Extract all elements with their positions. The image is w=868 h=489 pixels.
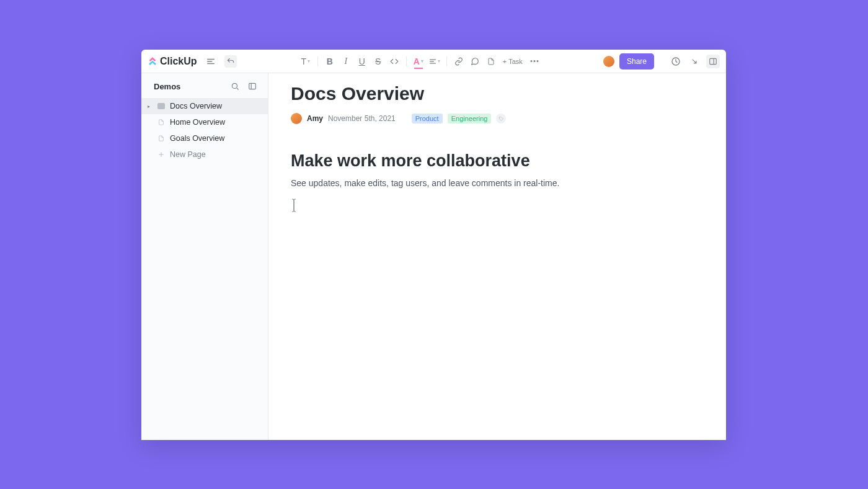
strikethrough-button[interactable]: S [371, 55, 385, 68]
chevron-down-icon: ▾ [421, 58, 423, 64]
sidebar-item-label: Home Overview [170, 118, 225, 127]
body: Demos ▸ Docs Overview [141, 73, 726, 440]
svg-point-0 [530, 60, 532, 62]
tag-icon [498, 116, 504, 122]
new-page-button[interactable]: New Page [141, 146, 268, 163]
sidebar-item-label: Docs Overview [170, 102, 222, 110]
sidebar-item-label: New Page [170, 150, 206, 159]
text-style-dropdown[interactable]: T▾ [299, 55, 312, 68]
formatting-toolbar: T▾ B I U S A▾ ▾ [237, 55, 603, 68]
separator [317, 56, 318, 66]
sidebar-title: Demos [154, 82, 228, 91]
plus-icon [157, 150, 166, 159]
svg-rect-7 [249, 83, 256, 89]
panel-toggle-button[interactable] [706, 55, 720, 68]
sidebar-header: Demos [141, 73, 268, 98]
sidebar-item-docs-overview[interactable]: ▸ Docs Overview [141, 98, 268, 114]
menu-icon[interactable] [205, 55, 217, 68]
separator [446, 56, 447, 66]
link-button[interactable] [452, 55, 466, 68]
undo-button[interactable] [224, 55, 237, 68]
author-name: Amy [307, 114, 323, 123]
document-content[interactable]: Docs Overview Amy November 5th, 2021 Pro… [268, 73, 726, 440]
app-window: ClickUp T▾ B I U S A▾ ▾ [141, 50, 726, 440]
sidebar: Demos ▸ Docs Overview [141, 73, 268, 440]
topbar: ClickUp T▾ B I U S A▾ ▾ [141, 50, 726, 73]
page-filled-icon [157, 102, 166, 110]
share-button[interactable]: Share [619, 53, 654, 70]
collapse-button[interactable] [688, 55, 701, 68]
align-dropdown[interactable]: ▾ [428, 55, 441, 68]
add-tag-button[interactable] [496, 114, 506, 123]
author-avatar[interactable] [291, 113, 302, 124]
topbar-right: Share [603, 53, 720, 70]
document-icon [157, 134, 166, 143]
document-icon [157, 118, 166, 127]
svg-point-10 [500, 117, 500, 118]
text-color-dropdown[interactable]: A▾ [412, 55, 425, 68]
document-meta: Amy November 5th, 2021 Product Engineeri… [291, 113, 704, 124]
bold-button[interactable]: B [323, 55, 337, 68]
sidebar-item-goals-overview[interactable]: Goals Overview [141, 130, 268, 146]
italic-button[interactable]: I [339, 55, 353, 68]
sidebar-collapse-button[interactable] [246, 79, 259, 93]
plus-icon: + [503, 58, 507, 65]
svg-rect-9 [157, 103, 165, 109]
svg-rect-4 [710, 58, 717, 64]
code-button[interactable] [388, 55, 401, 68]
clickup-logo-icon [148, 56, 157, 66]
svg-point-2 [536, 60, 538, 62]
document-date: November 5th, 2021 [328, 114, 396, 123]
section-heading[interactable]: Make work more collaborative [291, 151, 704, 171]
separator [406, 56, 407, 66]
underline-button[interactable]: U [355, 55, 369, 68]
more-options-button[interactable] [528, 55, 541, 68]
chevron-down-icon: ▾ [308, 58, 310, 64]
paragraph[interactable]: See updates, make edits, tag users, and … [291, 177, 704, 190]
chevron-down-icon: ▾ [438, 58, 440, 64]
svg-point-6 [232, 83, 237, 88]
document-button[interactable] [484, 55, 498, 68]
add-task-button[interactable]: + Task [500, 58, 525, 65]
history-button[interactable] [669, 55, 683, 68]
comment-button[interactable] [468, 55, 482, 68]
svg-point-1 [533, 60, 535, 62]
brand-logo[interactable]: ClickUp [148, 56, 197, 67]
sidebar-item-home-overview[interactable]: Home Overview [141, 114, 268, 130]
tag-engineering[interactable]: Engineering [448, 114, 492, 123]
search-button[interactable] [228, 79, 242, 93]
brand-name: ClickUp [160, 56, 197, 67]
page-title[interactable]: Docs Overview [291, 83, 704, 104]
user-avatar[interactable] [603, 56, 614, 67]
text-cursor-icon [291, 199, 297, 212]
sidebar-item-label: Goals Overview [170, 134, 224, 143]
caret-right-icon: ▸ [148, 104, 153, 109]
tag-product[interactable]: Product [412, 114, 443, 123]
